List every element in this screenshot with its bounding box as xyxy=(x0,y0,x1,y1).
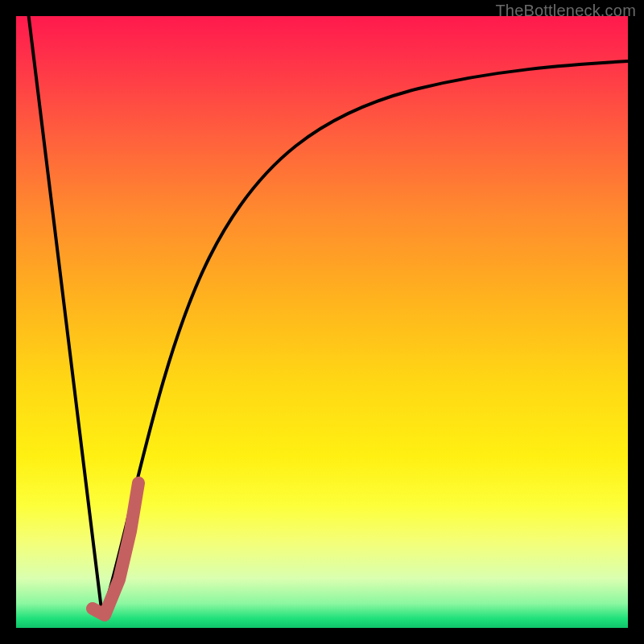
left-descent-line xyxy=(28,16,102,616)
chart-frame: TheBottleneck.com xyxy=(0,0,644,644)
curve-layer xyxy=(16,16,628,628)
right-ascent-curve xyxy=(102,60,628,616)
plot-area xyxy=(16,16,628,628)
